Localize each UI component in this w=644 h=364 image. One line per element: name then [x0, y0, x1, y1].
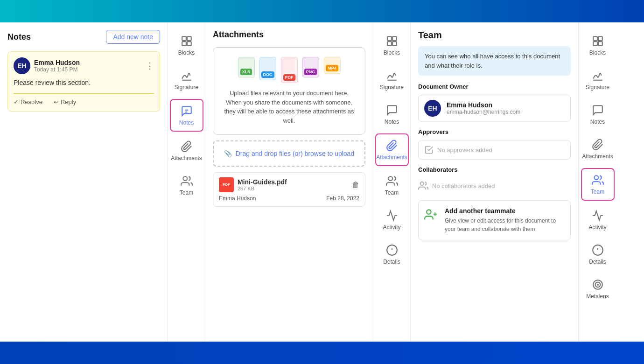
approvers-empty-icon	[424, 145, 434, 154]
svg-rect-23	[593, 42, 597, 46]
right-attachments-icon	[591, 138, 604, 151]
team-sidebar-icons: Blocks Signature Notes	[373, 22, 411, 342]
right-sidebar-label-activity: Activity	[588, 224, 606, 231]
team-icon	[180, 175, 193, 188]
pdf-file-icon: PDF	[281, 57, 298, 83]
sidebar-item-team[interactable]: Team	[170, 170, 203, 201]
team-panel-title: Team	[418, 30, 571, 41]
svg-rect-10	[387, 42, 392, 46]
note-actions: Resolve Reply	[14, 93, 154, 105]
signature-icon	[180, 69, 193, 82]
team-sidebar-label-signature: Signature	[380, 84, 404, 91]
reply-button[interactable]: Reply	[54, 98, 76, 105]
add-teammate-title: Add another teammate	[445, 207, 565, 215]
file-name: Mini-Guides.pdf	[238, 178, 287, 186]
team-sidebar-label-team: Team	[385, 189, 399, 196]
svg-rect-9	[392, 36, 397, 41]
team-sidebar-item-activity[interactable]: Activity	[375, 204, 409, 235]
team-sidebar-label-details: Details	[383, 259, 400, 265]
team-sidebar-item-attachments[interactable]: Attachments	[375, 133, 409, 166]
team-sidebar-item-blocks[interactable]: Blocks	[375, 30, 409, 61]
sidebar-item-notes[interactable]: Notes	[170, 99, 203, 132]
right-sidebar-item-blocks[interactable]: Blocks	[581, 30, 615, 61]
collaborators-section-label: Collaborators	[418, 166, 571, 173]
note-card: EH Emma Hudson Today at 1:45 PM ⋮ Please…	[7, 51, 160, 112]
paperclip-icon: 📎	[224, 150, 232, 157]
attachments-panel: Attachments XLS DOC PDF	[205, 22, 373, 342]
right-sidebar-label-metalens: Metalens	[586, 293, 609, 300]
left-sidebar-icons: Blocks Signature Notes	[168, 22, 205, 342]
file-details: Mini-Guides.pdf 267 KB	[238, 178, 287, 191]
right-team-icon	[591, 174, 604, 187]
right-sidebar-label-team: Team	[591, 189, 604, 195]
right-notes-icon	[591, 104, 604, 117]
right-sidebar-label-attachments: Attachments	[582, 153, 613, 160]
notes-panel-title: Notes	[7, 32, 31, 42]
upload-description: Upload files relevant to your document h…	[223, 89, 356, 125]
team-signature-icon	[385, 69, 399, 82]
note-user-info: EH Emma Hudson Today at 1:45 PM	[14, 57, 80, 74]
team-team-icon	[385, 175, 399, 188]
right-signature-icon	[591, 69, 604, 82]
owner-info: Emma Hudson emma-hudson@herrings.com	[447, 101, 520, 115]
xls-icon: XLS	[238, 57, 255, 83]
note-timestamp: Today at 1:45 PM	[34, 66, 80, 73]
right-sidebar-item-signature[interactable]: Signature	[581, 64, 615, 95]
collaborators-section: Collaborators No collaborators added	[418, 166, 571, 194]
top-gradient-bar	[0, 0, 644, 22]
notes-header: Notes Add new note	[7, 30, 160, 44]
file-size: 267 KB	[238, 186, 287, 191]
team-sidebar-item-notes[interactable]: Notes	[375, 99, 409, 130]
svg-point-13	[388, 176, 392, 181]
sidebar-label-notes: Notes	[179, 119, 194, 126]
svg-point-26	[594, 175, 598, 180]
file-date: Feb 28, 2022	[326, 195, 359, 202]
delete-file-icon[interactable]: 🗑	[352, 181, 359, 189]
team-sidebar-item-details[interactable]: Details	[375, 239, 409, 270]
team-sidebar-item-team[interactable]: Team	[375, 170, 409, 201]
team-info-box: You can see who all have access to this …	[418, 46, 571, 76]
owner-card: EH Emma Hudson emma-hudson@herrings.com	[418, 95, 571, 122]
notes-icon	[180, 105, 193, 118]
team-activity-icon	[385, 209, 399, 222]
sidebar-item-blocks[interactable]: Blocks	[170, 30, 203, 61]
right-sidebar-item-details[interactable]: Details	[581, 239, 615, 270]
drag-drop-area[interactable]: 📎 Drag and drop files (or) browse to upl…	[213, 140, 365, 167]
note-menu-icon[interactable]: ⋮	[146, 61, 154, 71]
svg-rect-3	[187, 42, 191, 46]
team-sidebar-label-activity: Activity	[383, 224, 400, 231]
no-approvers-text: No approvers added	[437, 147, 492, 154]
add-teammate-card[interactable]: Add another teammate Give view or edit a…	[418, 200, 571, 240]
add-note-button[interactable]: Add new note	[106, 30, 160, 44]
no-collaborators: No collaborators added	[418, 178, 571, 194]
sidebar-item-attachments[interactable]: Attachments	[170, 135, 203, 166]
add-teammate-desc: Give view or edit access for this docume…	[445, 217, 565, 233]
right-sidebar-item-notes[interactable]: Notes	[581, 99, 615, 130]
right-activity-icon	[591, 209, 604, 222]
svg-rect-1	[187, 36, 191, 41]
right-sidebar-item-attachments[interactable]: Attachments	[581, 133, 615, 164]
file-icons-row: XLS DOC PDF PNG	[223, 57, 356, 83]
notes-panel: Notes Add new note EH Emma Hudson Today …	[0, 22, 168, 342]
resolve-button[interactable]: Resolve	[14, 98, 42, 105]
sidebar-item-signature[interactable]: Signature	[170, 64, 203, 95]
upload-area: XLS DOC PDF PNG	[213, 47, 365, 135]
team-sidebar-item-signature[interactable]: Signature	[375, 64, 409, 95]
file-name-area: PDF Mini-Guides.pdf 267 KB	[219, 177, 287, 192]
owner-email: emma-hudson@herrings.com	[447, 109, 520, 115]
right-sidebar-item-team[interactable]: Team	[581, 168, 615, 201]
right-sidebar-item-activity[interactable]: Activity	[581, 204, 615, 235]
svg-rect-11	[392, 42, 397, 46]
right-sidebar-label-signature: Signature	[586, 84, 609, 91]
team-blocks-icon	[385, 35, 399, 48]
note-user-name: Emma Hudson	[34, 59, 80, 66]
reply-icon	[54, 98, 59, 105]
main-content: Notes Add new note EH Emma Hudson Today …	[0, 22, 644, 342]
right-sidebar-item-metalens[interactable]: Metalens	[581, 273, 615, 304]
owner-avatar: EH	[424, 100, 441, 117]
pdf-badge-icon: PDF	[219, 177, 234, 192]
team-notes-icon	[385, 104, 399, 117]
team-sidebar-label-attachments: Attachments	[376, 154, 407, 161]
right-metalens-icon	[591, 278, 604, 291]
team-attachments-icon	[385, 139, 399, 152]
